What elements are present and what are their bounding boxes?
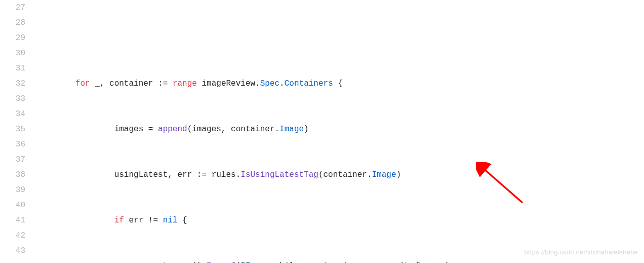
line-number: 33 <box>0 91 25 106</box>
code-line: for _, container := range imageReview.Sp… <box>36 76 537 91</box>
line-number: 36 <box>0 137 25 152</box>
line-number: 41 <box>0 213 25 228</box>
code-line: usingLatest, err := rules.IsUsingLatestT… <box>36 167 537 182</box>
line-number: 34 <box>0 106 25 122</box>
line-number: 40 <box>0 198 25 213</box>
code-line: if err != nil { <box>36 213 537 228</box>
line-number: 30 <box>0 46 25 61</box>
line-number: 28 <box>0 15 25 30</box>
line-number: 35 <box>0 122 25 137</box>
line-number: 31 <box>0 61 25 76</box>
code-line <box>36 30 537 46</box>
line-number: 27 <box>0 0 25 15</box>
line-number: 43 <box>0 243 25 258</box>
line-number: 38 <box>0 167 25 182</box>
code-area: for _, container := range imageReview.Sp… <box>36 0 537 263</box>
line-number-gutter: 2728293031323334353637383940414243 <box>0 0 36 263</box>
code-line: images = append(images, container.Image) <box>36 122 537 137</box>
code-line: c.Logger().Errorf("Error while parsing i… <box>36 258 537 263</box>
line-number: 32 <box>0 76 25 91</box>
line-number: 39 <box>0 182 25 198</box>
line-number: 42 <box>0 228 25 243</box>
line-number: 37 <box>0 152 25 167</box>
code-editor: 2728293031323334353637383940414243 for _… <box>0 0 644 263</box>
line-number: 29 <box>0 30 25 46</box>
